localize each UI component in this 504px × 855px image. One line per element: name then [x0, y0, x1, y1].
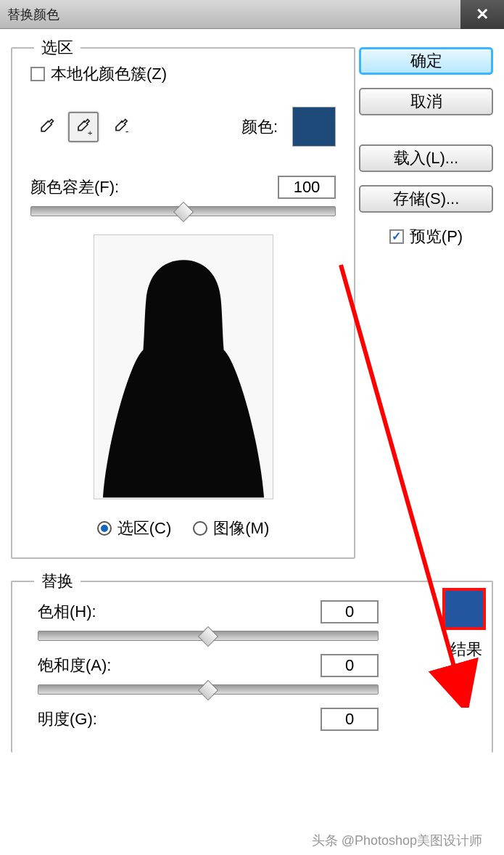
eyedropper-plus-button[interactable]: + [68, 112, 99, 142]
radio-selection-dot [97, 521, 112, 536]
saturation-input[interactable] [321, 654, 379, 677]
radio-image-label: 图像(M) [213, 518, 269, 539]
watermark: 头条 @Photoshop美图设计师 [312, 832, 482, 849]
replacement-legend: 替换 [34, 570, 80, 592]
svg-text:-: - [125, 125, 129, 136]
fuzziness-input[interactable] [278, 176, 336, 199]
lightness-input[interactable] [321, 708, 379, 731]
selection-preview [94, 234, 273, 499]
selection-legend: 选区 [34, 37, 80, 59]
lightness-label: 明度(G): [38, 708, 97, 730]
hue-label: 色相(H): [38, 601, 96, 623]
preview-checkbox[interactable] [389, 229, 404, 244]
color-swatch[interactable] [292, 107, 336, 147]
titlebar: 替换颜色 ✕ [0, 0, 504, 29]
localize-checkbox[interactable] [30, 67, 45, 81]
replacement-fieldset: 替换 色相(H): 饱和度(A): [11, 581, 493, 753]
load-button[interactable]: 载入(L)... [359, 144, 493, 172]
fuzziness-slider[interactable] [30, 206, 336, 216]
radio-image-dot [193, 521, 207, 536]
save-button[interactable]: 存储(S)... [359, 185, 493, 213]
eyedropper-button[interactable] [30, 112, 61, 142]
localize-row[interactable]: 本地化颜色簇(Z) [30, 63, 336, 85]
result-swatch[interactable] [442, 588, 486, 630]
svg-text:+: + [88, 127, 93, 136]
hue-slider[interactable] [38, 631, 379, 641]
saturation-slider[interactable] [38, 684, 379, 695]
ok-button[interactable]: 确定 [359, 47, 493, 75]
preview-label: 预览(P) [410, 226, 463, 248]
dialog-title: 替换颜色 [7, 6, 59, 23]
radio-image[interactable]: 图像(M) [193, 518, 269, 539]
color-label: 颜色: [241, 116, 278, 138]
close-button[interactable]: ✕ [460, 0, 504, 29]
hue-input[interactable] [321, 600, 379, 623]
radio-selection[interactable]: 选区(C) [97, 518, 172, 539]
fuzziness-label: 颜色容差(F): [30, 176, 119, 198]
radio-selection-label: 选区(C) [117, 518, 172, 539]
localize-label: 本地化颜色簇(Z) [51, 63, 167, 85]
cancel-button[interactable]: 取消 [359, 88, 493, 115]
saturation-label: 饱和度(A): [38, 655, 111, 676]
result-label: 结果 [442, 639, 489, 660]
selection-fieldset: 选区 本地化颜色簇(Z) + - 颜色: 颜色容差(F [11, 47, 355, 559]
eyedropper-minus-button[interactable]: - [106, 112, 136, 142]
